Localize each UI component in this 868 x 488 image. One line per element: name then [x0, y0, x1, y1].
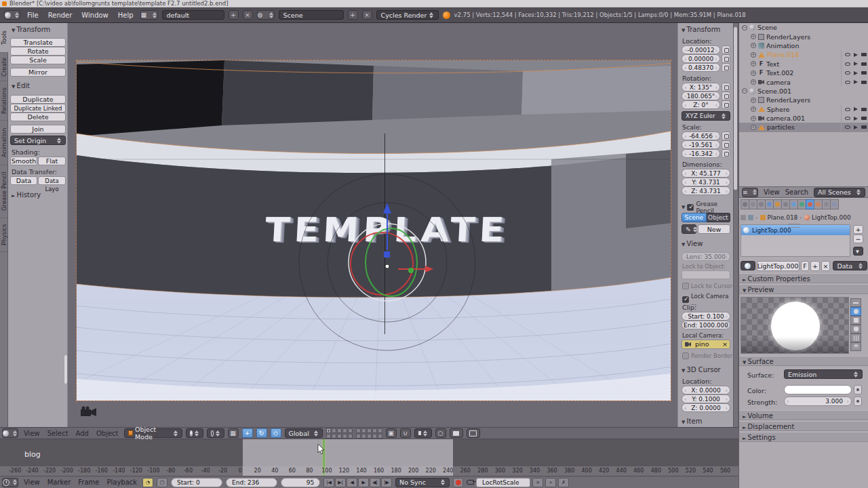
selectability-icon[interactable]: [854, 125, 858, 129]
render-visibility-icon[interactable]: [861, 108, 867, 111]
scene-field[interactable]: Scene: [279, 10, 344, 20]
rotation-x-field[interactable]: X: 135°: [682, 83, 720, 92]
join-button[interactable]: Join: [10, 125, 66, 134]
visibility-eye-icon[interactable]: [845, 108, 850, 111]
layer-toggle[interactable]: [332, 434, 336, 439]
play-reverse-button[interactable]: ◀: [347, 478, 357, 487]
material-name-field[interactable]: LightTop.000: [757, 261, 800, 271]
shelf-tab-physics[interactable]: Physics: [0, 218, 8, 252]
prev-keyframe-button[interactable]: ◀|: [370, 478, 380, 487]
lock-to-scene-button[interactable]: ▣: [386, 428, 397, 438]
play-button[interactable]: ▶: [358, 478, 369, 487]
preview-type-monkey-button[interactable]: [850, 325, 861, 333]
layer-toggle[interactable]: [332, 428, 336, 433]
shelf-tab-grease-pencil[interactable]: Grease Pencil: [0, 165, 8, 218]
lock-location-x-icon[interactable]: [722, 45, 730, 54]
layer-toggle[interactable]: [378, 428, 382, 433]
manipulator-rotate-button[interactable]: ↻: [256, 428, 267, 438]
delete-button[interactable]: Delete: [10, 113, 66, 121]
preview-type-cloth-button[interactable]: [850, 342, 861, 351]
shelf-tab-create[interactable]: Create: [0, 53, 8, 81]
preview-type-hair-button[interactable]: [850, 333, 861, 342]
visibility-eye-icon[interactable]: [845, 62, 850, 66]
layer-toggle[interactable]: [326, 434, 331, 439]
selectability-icon[interactable]: [854, 107, 858, 111]
sync-mode-dropdown[interactable]: No Sync: [395, 478, 450, 487]
layer-toggle[interactable]: [372, 428, 377, 433]
current-frame-field[interactable]: 95: [281, 478, 320, 487]
outliner-item-label[interactable]: Text: [766, 60, 779, 68]
scene-close-button[interactable]: ×: [362, 10, 372, 20]
timeline-editor-type-menu[interactable]: [2, 478, 18, 487]
preview-type-flat-button[interactable]: [850, 298, 861, 307]
pin-icon[interactable]: [741, 215, 746, 220]
menu-render[interactable]: Render: [45, 12, 75, 19]
outliner-row-renderlayers[interactable]: +RenderLayers: [739, 96, 868, 104]
panel-header-history[interactable]: History: [8, 190, 73, 200]
cursor-z-field[interactable]: Z: 0.0000: [682, 403, 730, 412]
layer-toggle[interactable]: [356, 434, 361, 439]
panel-header-settings[interactable]: Settings: [739, 432, 868, 442]
shelf-tab-relations[interactable]: Relations: [0, 81, 8, 121]
strength-node-button[interactable]: [854, 396, 862, 406]
panel-header-custom-properties[interactable]: Custom Properties: [739, 273, 868, 283]
rotation-mode-dropdown[interactable]: XYZ Euler: [682, 111, 730, 121]
material-browse-dropdown[interactable]: [741, 261, 755, 270]
layer-grid-2[interactable]: [356, 428, 382, 439]
expand-icon[interactable]: −: [742, 88, 747, 94]
layer-toggle[interactable]: [367, 434, 372, 439]
layout-close-button[interactable]: ×: [243, 10, 253, 20]
viewport-menu-add[interactable]: Add: [74, 430, 91, 437]
outliner-item-label[interactable]: Plane.018: [767, 51, 799, 58]
breadcrumb-material[interactable]: LightTop.000: [812, 214, 851, 221]
use-preview-range-button[interactable]: ◔: [142, 478, 153, 487]
expand-icon[interactable]: +: [751, 125, 756, 130]
gp-new-layer-button[interactable]: New: [698, 224, 730, 234]
layer-toggle[interactable]: [337, 434, 342, 439]
lock-rotation-y-icon[interactable]: [722, 92, 730, 100]
outliner-item-label[interactable]: Animation: [766, 42, 799, 49]
lock-rotation-z-icon[interactable]: [722, 100, 730, 109]
shelf-tab-animation[interactable]: Animation: [0, 121, 8, 165]
frame-start-field[interactable]: Start: 0: [171, 478, 222, 487]
outliner-row-camera.001[interactable]: +camera.001: [739, 114, 868, 123]
grease-pencil-checkbox[interactable]: [687, 204, 694, 211]
unlink-material-button[interactable]: ×: [821, 261, 831, 271]
slot-list-grip[interactable]: [788, 224, 800, 228]
clip-end-field[interactable]: End: 1000.000: [682, 321, 730, 329]
surface-shader-dropdown[interactable]: Emission: [784, 369, 863, 379]
outliner-row-text.002[interactable]: +FText.002: [739, 68, 868, 77]
panel-header-surface[interactable]: Surface: [739, 356, 868, 366]
outliner-item-label[interactable]: camera.001: [766, 115, 805, 122]
dimension-z-field[interactable]: Z: 43.731: [682, 186, 730, 195]
color-swatch[interactable]: [784, 385, 852, 394]
cursor-x-field[interactable]: X: 0.0000: [682, 386, 730, 394]
outliner-item-label[interactable]: Scene.001: [757, 87, 791, 95]
panel-header-edit[interactable]: Edit: [8, 81, 73, 91]
outliner-item-label[interactable]: RenderLayers: [766, 33, 810, 41]
outliner-menu-search[interactable]: Search: [785, 188, 808, 196]
panel-header-volume[interactable]: Volume: [739, 410, 868, 420]
timeline-editor[interactable]: blog -260-240-220-200-180-160-140-120-10…: [0, 439, 738, 476]
layer-toggle[interactable]: [348, 434, 353, 439]
timeline-menu-playback[interactable]: Playback: [104, 479, 139, 486]
timeline-menu-frame[interactable]: Frame: [76, 479, 101, 486]
layer-toggle[interactable]: [361, 434, 366, 439]
n-panel-scrollbar[interactable]: [734, 27, 737, 190]
rotation-z-field[interactable]: Z: 0°: [682, 100, 720, 109]
menu-file[interactable]: File: [24, 12, 41, 19]
rotation-y-field[interactable]: 180.065°: [682, 92, 720, 100]
jump-to-end-button[interactable]: ▶|: [335, 478, 346, 487]
expand-icon[interactable]: +: [751, 70, 756, 76]
menu-help[interactable]: Help: [115, 12, 136, 19]
panel-header-3d-cursor[interactable]: 3D Cursor: [678, 365, 739, 375]
mode-dropdown[interactable]: Object Mode: [124, 428, 182, 438]
selectability-icon[interactable]: [854, 71, 858, 75]
outliner-item-label[interactable]: camera: [766, 79, 791, 86]
layer-toggle[interactable]: [361, 428, 366, 433]
visibility-eye-icon[interactable]: [845, 81, 850, 84]
timeline-marker-label[interactable]: blog: [24, 450, 41, 459]
slot-remove-button[interactable]: −: [853, 235, 863, 243]
fake-user-button[interactable]: F: [801, 261, 810, 271]
slot-add-button[interactable]: +: [853, 225, 863, 234]
